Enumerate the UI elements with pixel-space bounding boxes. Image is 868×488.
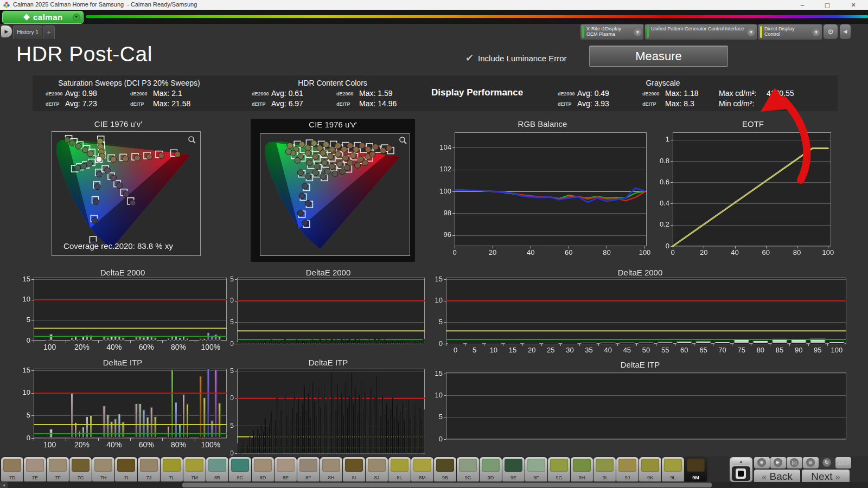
stats-value: Max: 8.3	[665, 99, 694, 108]
pattern-swatch-8C[interactable]: 8C	[229, 457, 251, 481]
pattern-swatch-7H[interactable]: 7H	[92, 457, 114, 481]
pattern-swatch-8J[interactable]: 8J	[366, 457, 388, 481]
step-icon: [‥]	[790, 458, 799, 467]
stats-group-title: HDR Content Colors	[243, 79, 422, 87]
device-dropdown-2[interactable]: Unified Pattern Generator Control Interf…	[645, 24, 757, 40]
pattern-swatch-8H[interactable]: 8H	[320, 457, 342, 481]
swatch-color	[482, 459, 500, 472]
pattern-swatch-9L[interactable]: 9L	[662, 457, 684, 481]
pattern-swatch-9J[interactable]: 9J	[616, 457, 639, 481]
horizontal-scrollbar[interactable]: ◂	[0, 482, 868, 488]
swatch-color	[117, 459, 135, 472]
pattern-swatch-7I[interactable]: 7I	[115, 457, 137, 481]
pattern-swatch-8F[interactable]: 8F	[297, 457, 320, 481]
pattern-swatch-9F[interactable]: 9F	[525, 457, 547, 481]
pattern-swatch-7G[interactable]: 7G	[69, 457, 92, 481]
play-button[interactable]: ▶	[770, 457, 786, 468]
chevrons-right-icon: »	[835, 472, 840, 481]
scrollbar-thumb[interactable]	[182, 483, 712, 487]
device-dropdown-1[interactable]: X-Rite i1Display OEM Plasma▼	[580, 24, 643, 40]
swatch-color	[505, 459, 522, 472]
next-button[interactable]: Next »	[802, 470, 850, 483]
device-label: Unified Pattern Generator Control Interf…	[651, 26, 746, 31]
stop-button[interactable]: ■	[754, 457, 770, 468]
zoom-chart-icon[interactable]	[188, 136, 196, 144]
pattern-swatch-7L[interactable]: 7L	[161, 457, 183, 481]
pattern-swatch-8M[interactable]: 8M	[411, 457, 433, 481]
swatch-label: 7F	[47, 475, 69, 480]
pattern-swatch-9M[interactable]: 9M	[685, 457, 707, 481]
collapse-strip-button[interactable]: ▲	[732, 458, 750, 465]
stats-value: Max: 2.1	[153, 89, 182, 98]
calman-menu-chevron-icon: ▼	[73, 14, 80, 21]
stats-metric-label: dE2000	[130, 91, 148, 97]
scroll-left-icon[interactable]: ◂	[0, 482, 8, 488]
swatch-label: 8E	[275, 475, 297, 480]
swatch-color	[277, 459, 295, 472]
pattern-swatch-9K[interactable]: 9K	[639, 457, 661, 481]
collapse-panel-button[interactable]: ◀	[840, 24, 851, 39]
loop-button[interactable]: ∞	[803, 457, 819, 468]
zoom-chart-icon[interactable]	[399, 136, 407, 145]
pattern-swatch-9D[interactable]: 9D	[480, 457, 502, 481]
swatch-label: 8I	[343, 475, 365, 480]
tab-row: ▶ History 1 + X-Rite i1Display OEM Plasm…	[0, 24, 868, 41]
pattern-swatch-9H[interactable]: 9H	[571, 457, 593, 481]
page-title: HDR Post-Cal	[16, 42, 152, 66]
pattern-swatch-8D[interactable]: 8D	[252, 457, 274, 481]
stats-group-4: GrayscaledE2000Avg: 0.49dEITPAvg: 3.93dE…	[549, 75, 712, 111]
pattern-swatch-7J[interactable]: 7J	[138, 457, 160, 481]
pattern-swatch-9C[interactable]: 9C	[457, 457, 479, 481]
minimize-button[interactable]: –	[791, 0, 814, 10]
pattern-swatch-9G[interactable]: 9G	[548, 457, 570, 481]
chart-de2000-saturation: DeltaE 2000	[16, 267, 229, 352]
swatch-color	[3, 459, 21, 472]
chart-cie-hdr-selected[interactable]: CIE 1976 u'v'	[251, 119, 415, 262]
pattern-swatch-8E[interactable]: 8E	[275, 457, 297, 481]
deitp-saturation-canvas	[16, 357, 229, 450]
calman-menu-button[interactable]: ❖ calman ▼	[2, 11, 84, 24]
pattern-swatch-8L[interactable]: 8L	[388, 457, 411, 481]
maximize-button[interactable]: ▢	[816, 0, 839, 10]
swatch-color	[664, 459, 682, 472]
swatch-color	[49, 459, 67, 472]
swatch-label: 8F	[297, 475, 320, 480]
pattern-swatch-7E[interactable]: 7E	[24, 457, 46, 481]
numeric-button: 123	[835, 457, 851, 468]
window-title: Calman 2025 Calman Home for Samsung - Ca…	[13, 1, 197, 8]
chart-title: DeltaE ITP	[231, 358, 426, 367]
pattern-swatch-7M[interactable]: 7M	[183, 457, 206, 481]
stop-pattern-button[interactable]	[732, 466, 750, 481]
step-button[interactable]: [‥]	[787, 457, 802, 468]
expand-pane-button[interactable]: ▶	[1, 25, 12, 37]
back-button[interactable]: « Back	[754, 470, 800, 483]
rainbow-spectrum-bar	[86, 15, 868, 18]
stats-value: Avg: 3.93	[577, 99, 609, 108]
add-tab-button[interactable]: +	[43, 25, 55, 39]
swatch-color	[550, 459, 568, 472]
pattern-swatch-9E[interactable]: 9E	[502, 457, 525, 481]
settings-gear-button[interactable]: ⚙	[824, 24, 838, 39]
pattern-swatch-7F[interactable]: 7F	[47, 457, 69, 481]
stats-metric-label: dE2000	[252, 91, 269, 97]
tab-history-1[interactable]: History 1	[13, 25, 42, 39]
title-bar: Calman 2025 Calman Home for Samsung - Ca…	[0, 0, 868, 10]
pattern-swatch-7D[interactable]: 7D	[1, 457, 23, 481]
numeric-icon: 123	[835, 458, 851, 466]
swatch-label: 9H	[571, 475, 593, 480]
swatch-label: 8H	[320, 475, 342, 480]
pattern-swatch-8I[interactable]: 8I	[343, 457, 365, 481]
device-dropdown-3[interactable]: Direct Display Control▼	[758, 24, 822, 40]
refresh-button[interactable]: ↻	[819, 457, 835, 468]
swatch-color	[208, 459, 226, 472]
de2000-grayscale-canvas	[431, 267, 849, 357]
swatch-color	[368, 459, 386, 472]
include-luminance-error-checkbox[interactable]: ✔Include Luminance Error	[465, 52, 567, 64]
close-button[interactable]: ✕	[842, 0, 865, 10]
pattern-swatch-9I[interactable]: 9I	[593, 457, 616, 481]
measure-button[interactable]: Measure	[589, 46, 728, 67]
pattern-swatch-9B[interactable]: 9B	[434, 457, 456, 481]
chart-title: DeltaE 2000	[431, 268, 849, 277]
stats-metric-label: dEITP	[558, 101, 572, 107]
pattern-swatch-8B[interactable]: 8B	[206, 457, 228, 481]
